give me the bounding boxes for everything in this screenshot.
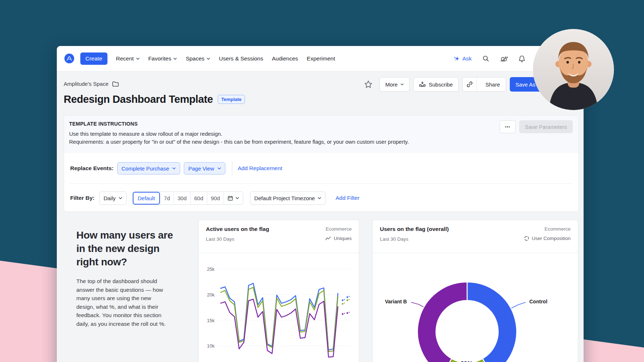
share-button[interactable]: Share	[480, 77, 506, 91]
template-panel: TEMPLATE INSTRUCTIONS Use this template …	[64, 115, 579, 212]
page-title: Redesign Dashboard Template	[64, 93, 213, 105]
header-actions: More Subscribe Share Save As New	[364, 77, 558, 92]
chevron-down-icon	[119, 197, 122, 199]
nav-item-experiment[interactable]: Experiment	[307, 55, 335, 62]
chevron-down-icon	[136, 58, 140, 60]
ask-button[interactable]: Ask	[453, 55, 472, 62]
chevron-down-icon	[401, 83, 404, 85]
slice-label-control: Control	[529, 299, 547, 304]
line-chart: 25k20k15k10k	[199, 253, 360, 362]
save-parameters-button[interactable]: Save Parameters	[519, 120, 573, 133]
breadcrumb[interactable]: Amplitude's Space	[64, 81, 119, 87]
search-icon[interactable]	[482, 55, 490, 62]
ellipsis-button[interactable]: •••	[500, 120, 516, 133]
subscribe-tray-icon	[419, 81, 426, 88]
nav-item-spaces[interactable]: Spaces	[186, 55, 210, 62]
range-30d[interactable]: 30d	[174, 192, 190, 205]
chart-source: Ecommerce	[545, 226, 571, 232]
nav-item-audiences[interactable]: Audiences	[272, 55, 298, 62]
filter-by-label: Filter By:	[70, 195, 94, 201]
slice-label-variant-b: Variant B	[385, 299, 407, 304]
app-window: Create Recent Favorites Spaces Users & S…	[57, 46, 584, 362]
chart-metric: Uniques	[325, 236, 352, 241]
nav-right-group: Ask	[453, 46, 525, 71]
svg-text:20k: 20k	[207, 292, 215, 298]
chevron-down-icon	[173, 58, 177, 60]
chevron-down-icon	[172, 167, 176, 169]
donut-chart	[373, 253, 579, 362]
event-chip-complete-purchase[interactable]: Complete Purchase	[117, 162, 181, 174]
section-heading: How many users are in the new design rig…	[76, 228, 176, 269]
bell-icon[interactable]	[518, 55, 525, 63]
range-default[interactable]: Default	[133, 192, 160, 205]
timezone-select[interactable]: Default Project Timezone	[250, 191, 326, 205]
range-7d[interactable]: 7d	[160, 192, 174, 205]
divider	[232, 161, 232, 176]
replace-events-row: Replace Events: Complete Purchase Page V…	[64, 153, 579, 184]
granularity-select[interactable]: Daily	[99, 191, 126, 205]
nav-item-recent[interactable]: Recent	[116, 55, 140, 62]
section-intro: How many users are in the new design rig…	[76, 228, 176, 328]
more-button[interactable]: More	[380, 77, 410, 92]
instructions-line1: Use this template to measure a slow roll…	[69, 130, 572, 138]
chevron-down-icon	[207, 58, 210, 60]
chart-card-header: Users on the flag (overall) Last 30 Days…	[373, 220, 578, 253]
section-description: The top of the dashboard should answer t…	[76, 277, 170, 328]
donut-chart-icon	[524, 236, 529, 241]
sparkle-icon	[453, 55, 460, 62]
chevron-down-icon	[318, 197, 321, 199]
chart-title: Users on the flag (overall)	[380, 226, 449, 232]
add-replacement-link[interactable]: Add Replacement	[238, 165, 282, 172]
custom-date-range[interactable]	[224, 192, 243, 205]
chart-card-header: Active users on the flag Last 30 Days Ec…	[199, 220, 359, 253]
date-range-segmented-control: Default 7d 30d 60d 90d	[132, 191, 243, 205]
nav-item-favorites[interactable]: Favorites	[148, 55, 177, 62]
star-icon[interactable]	[364, 80, 373, 89]
svg-text:15k: 15k	[207, 318, 215, 323]
chart-date-range: Last 30 Days	[380, 236, 408, 242]
top-nav: Create Recent Favorites Spaces Users & S…	[57, 46, 584, 71]
filter-by-row: Filter By: Daily Default 7d 30d 60d 90d	[64, 184, 579, 212]
line-chart-icon	[325, 236, 331, 240]
add-filter-link[interactable]: Add Filter	[335, 195, 359, 201]
range-90d[interactable]: 90d	[207, 192, 224, 205]
nav-item-users-sessions[interactable]: Users & Sessions	[219, 55, 263, 62]
template-instructions: TEMPLATE INSTRUCTIONS Use this template …	[64, 115, 579, 153]
calendar-icon	[228, 195, 233, 201]
chart-metric: User Composition	[524, 236, 571, 241]
svg-text:10k: 10k	[207, 343, 215, 349]
instructions-heading: TEMPLATE INSTRUCTIONS	[69, 121, 572, 127]
create-button[interactable]: Create	[80, 52, 107, 65]
chevron-down-icon	[217, 167, 221, 169]
replace-events-label: Replace Events:	[70, 165, 114, 172]
range-60d[interactable]: 60d	[190, 192, 207, 205]
chart-date-range: Last 30 Days	[206, 236, 234, 242]
chart-card-active-users[interactable]: Active users on the flag Last 30 Days Ec…	[198, 220, 359, 362]
template-badge: Template	[218, 95, 245, 104]
event-chip-page-view[interactable]: Page View	[184, 162, 225, 174]
chart-source: Ecommerce	[326, 226, 352, 232]
title-row: Redesign Dashboard Template Template	[64, 93, 245, 105]
page: { "colors": { "background_teal": "#184F6…	[0, 0, 644, 362]
callout-line-control	[511, 302, 526, 308]
chart-card-users-overall[interactable]: Users on the flag (overall) Last 30 Days…	[372, 220, 578, 362]
snail-icon[interactable]	[500, 55, 508, 62]
copy-link-icon[interactable]	[463, 77, 477, 91]
donut-center-value: 331k	[449, 361, 485, 362]
amplitude-logo-icon[interactable]	[64, 54, 74, 63]
instructions-line2: Requirements: a user property for "in or…	[69, 138, 572, 146]
chart-title: Active users on the flag	[206, 226, 269, 232]
subscribe-button[interactable]: Subscribe	[413, 77, 459, 92]
svg-text:25k: 25k	[207, 266, 215, 272]
share-split-button: Share	[462, 77, 506, 92]
instructions-actions: ••• Save Parameters	[500, 120, 573, 133]
user-avatar[interactable]	[533, 29, 614, 110]
folder-icon	[112, 81, 119, 87]
chevron-down-icon	[236, 197, 239, 199]
